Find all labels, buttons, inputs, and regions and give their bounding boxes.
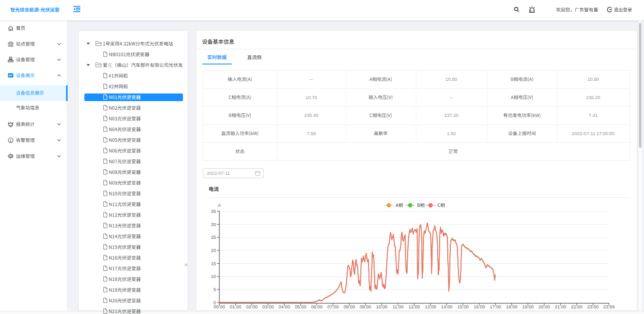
svg-text:08:00: 08:00 xyxy=(344,304,355,309)
svg-text:20: 20 xyxy=(211,248,216,253)
svg-text:7.58: 7.58 xyxy=(307,131,316,136)
svg-text:10.50: 10.50 xyxy=(588,77,599,82)
svg-text:--: -- xyxy=(310,77,313,82)
svg-text:17:00: 17:00 xyxy=(490,304,502,309)
svg-text:--: -- xyxy=(450,95,453,100)
svg-text:10.50: 10.50 xyxy=(446,77,457,82)
svg-text:237.20: 237.20 xyxy=(444,113,458,118)
svg-text:07:00: 07:00 xyxy=(327,304,339,309)
svg-text:7.41: 7.41 xyxy=(589,113,598,118)
svg-text:21:00: 21:00 xyxy=(555,304,566,309)
svg-text:09:00: 09:00 xyxy=(360,304,372,309)
svg-text:2022-07-11: 2022-07-11 xyxy=(207,171,230,176)
svg-text:23:59: 23:59 xyxy=(603,304,615,309)
svg-text:19:00: 19:00 xyxy=(522,304,534,309)
svg-text:1.93: 1.93 xyxy=(447,131,456,136)
svg-text:235.40: 235.40 xyxy=(304,113,319,118)
svg-text:04:00: 04:00 xyxy=(279,304,290,309)
svg-text:12:00: 12:00 xyxy=(409,304,420,309)
svg-text:5: 5 xyxy=(213,287,216,292)
svg-text:05:00: 05:00 xyxy=(295,304,306,309)
svg-text:03:00: 03:00 xyxy=(262,304,274,309)
svg-text:22:00: 22:00 xyxy=(571,304,582,309)
svg-text:236.20: 236.20 xyxy=(586,95,600,100)
svg-text:30: 30 xyxy=(211,222,216,227)
svg-text:13:00: 13:00 xyxy=(425,304,437,309)
svg-text:35: 35 xyxy=(211,209,216,214)
svg-text:10:00: 10:00 xyxy=(376,304,388,309)
svg-text:14:00: 14:00 xyxy=(441,304,453,309)
svg-text:15: 15 xyxy=(211,261,216,266)
svg-text:15:00: 15:00 xyxy=(457,304,469,309)
svg-text:20:00: 20:00 xyxy=(538,304,550,309)
svg-text:25: 25 xyxy=(211,235,216,240)
svg-text:10.70: 10.70 xyxy=(305,95,317,100)
svg-text:18:00: 18:00 xyxy=(506,304,518,309)
svg-text:2022-07-11 17:00:00: 2022-07-11 17:00:00 xyxy=(572,131,615,136)
svg-text:23:00: 23:00 xyxy=(587,304,599,309)
svg-text:11:00: 11:00 xyxy=(392,304,404,309)
svg-text:02:00: 02:00 xyxy=(246,304,258,309)
svg-text:06:00: 06:00 xyxy=(311,304,323,309)
svg-text:A: A xyxy=(218,203,221,208)
svg-text:16:00: 16:00 xyxy=(474,304,485,309)
svg-text:01:00: 01:00 xyxy=(230,304,241,309)
svg-text:00:00: 00:00 xyxy=(213,304,225,309)
svg-text:10: 10 xyxy=(211,274,216,279)
